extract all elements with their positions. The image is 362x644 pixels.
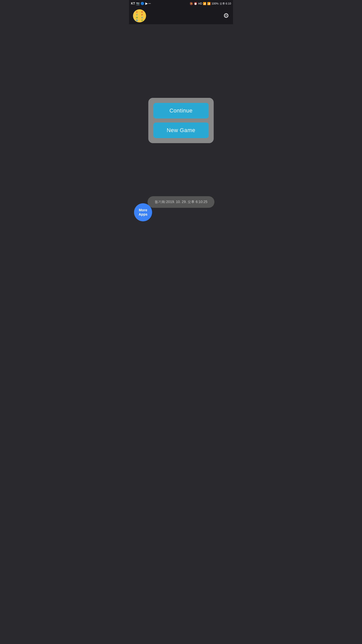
gear-icon: ⚙ <box>223 12 229 19</box>
status-signal-icons: 🔕 ⏰ HD 📶 📶 <box>190 2 211 5</box>
logo-inner: C R Y P M A R G <box>134 11 145 21</box>
logo-r2: R <box>134 19 140 22</box>
new-game-button[interactable]: New Game <box>153 123 209 138</box>
more-apps-label: MoreApps <box>139 208 148 217</box>
logo-g: G <box>140 19 145 22</box>
logo-c: C <box>134 11 140 13</box>
logo-r: R <box>140 11 145 13</box>
logo-a: A <box>140 16 145 19</box>
carrier-text: KT <box>131 2 135 5</box>
menu-card: Continue New Game <box>148 98 214 143</box>
logo-m: M <box>134 16 140 19</box>
continue-button[interactable]: Continue <box>153 103 209 118</box>
status-left: KT 📷 🔵 ▶ ··· <box>131 2 151 5</box>
more-apps-button[interactable]: MoreApps <box>134 203 152 221</box>
logo-y: Y <box>134 14 140 16</box>
status-right: 🔕 ⏰ HD 📶 📶 100% 오후 6:10 <box>190 2 231 6</box>
sync-info: 동기화:2019. 10. 29. 오후 6:10:25 <box>148 196 214 208</box>
settings-button[interactable]: ⚙ <box>223 12 229 20</box>
main-content: Continue New Game 동기화:2019. 10. 29. 오후 6… <box>129 25 233 225</box>
header: C R Y P M A R G ⚙ <box>129 7 233 25</box>
sync-text: 동기화:2019. 10. 29. 오후 6:10:25 <box>155 200 207 204</box>
logo-p: P <box>140 14 145 16</box>
status-icons: 📷 🔵 ▶ ··· <box>136 2 151 5</box>
app-logo: C R Y P M A R G <box>133 9 146 22</box>
status-bar: KT 📷 🔵 ▶ ··· 🔕 ⏰ HD 📶 📶 100% 오후 6:10 <box>129 0 233 7</box>
battery-text: 100% <box>211 2 218 5</box>
time-text: 오후 6:10 <box>219 2 231 6</box>
